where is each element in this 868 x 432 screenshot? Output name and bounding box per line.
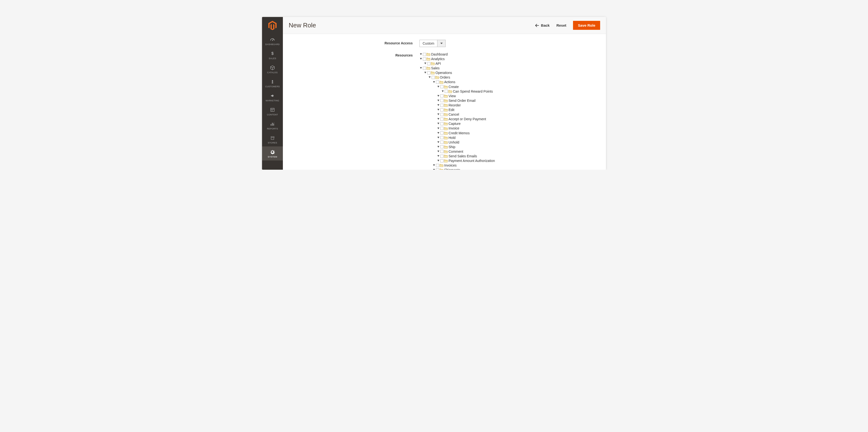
tree-checkbox[interactable] — [440, 150, 443, 153]
tree-node: Capture — [437, 121, 600, 126]
nav-item-sales[interactable]: $SALES — [262, 48, 283, 62]
nav-item-system[interactable]: SYSTEM — [262, 146, 283, 161]
tree-checkbox[interactable] — [440, 113, 443, 116]
tree-checkbox[interactable] — [423, 67, 426, 70]
expand-arrow-icon[interactable] — [433, 169, 435, 170]
tree-node-label[interactable]: Create — [448, 85, 459, 89]
expand-arrow-icon[interactable] — [437, 159, 440, 162]
tree-checkbox[interactable] — [440, 118, 443, 121]
expand-arrow-icon[interactable] — [437, 99, 440, 102]
expand-arrow-icon[interactable] — [437, 113, 440, 116]
nav-item-content[interactable]: CONTENT — [262, 104, 283, 118]
tree-node-label[interactable]: Credit Memos — [448, 131, 470, 135]
nav-item-dashboard[interactable]: DASHBOARD — [262, 34, 283, 48]
expand-arrow-icon[interactable] — [437, 122, 440, 125]
expand-arrow-icon[interactable] — [420, 53, 423, 56]
tree-checkbox[interactable] — [436, 169, 439, 170]
expand-arrow-icon[interactable] — [424, 71, 427, 74]
expand-arrow-icon[interactable] — [437, 141, 440, 144]
tree-node-label[interactable]: Actions — [444, 80, 455, 84]
tree-node-label[interactable]: Comment — [448, 149, 463, 154]
tree-node-label[interactable]: Accept or Deny Payment — [448, 117, 486, 121]
tree-checkbox[interactable] — [440, 136, 443, 139]
tree-checkbox[interactable] — [440, 132, 443, 135]
expand-arrow-icon[interactable] — [441, 90, 444, 93]
nav-label: MARKETING — [266, 99, 279, 102]
tree-node: Payment Amount Authorization — [437, 158, 600, 163]
expand-arrow-icon[interactable] — [437, 127, 440, 130]
tree-node-label[interactable]: Invoices — [444, 163, 457, 168]
tree-checkbox[interactable] — [440, 104, 443, 107]
tree-checkbox[interactable] — [440, 94, 443, 97]
tree-checkbox[interactable] — [440, 145, 443, 148]
tree-checkbox[interactable] — [440, 85, 443, 88]
tree-node-label[interactable]: Send Sales Emails — [448, 154, 477, 158]
tree-node-label[interactable]: API — [435, 61, 441, 66]
expand-arrow-icon[interactable] — [420, 57, 423, 60]
expand-arrow-icon[interactable] — [437, 104, 440, 107]
logo[interactable] — [262, 17, 283, 34]
select-caret[interactable] — [437, 40, 445, 47]
tree-node-label[interactable]: Edit — [448, 108, 454, 112]
expand-arrow-icon[interactable] — [437, 94, 440, 97]
expand-arrow-icon[interactable] — [437, 108, 440, 111]
tree-node-label[interactable]: Ship — [448, 145, 455, 149]
expand-arrow-icon[interactable] — [437, 85, 440, 88]
tree-checkbox[interactable] — [445, 90, 448, 93]
tree-checkbox[interactable] — [440, 141, 443, 144]
tree-checkbox[interactable] — [440, 122, 443, 125]
tree-checkbox[interactable] — [423, 57, 426, 61]
tree-checkbox[interactable] — [436, 164, 439, 167]
expand-arrow-icon[interactable] — [437, 118, 440, 120]
svg-rect-9 — [273, 123, 274, 125]
tree-node-label[interactable]: Shipments — [444, 168, 460, 170]
tree-checkbox[interactable] — [440, 127, 443, 130]
nav-item-stores[interactable]: STORES — [262, 132, 283, 146]
save-role-button[interactable]: Save Role — [573, 21, 600, 30]
expand-arrow-icon[interactable] — [437, 145, 440, 148]
back-label: Back — [541, 23, 550, 27]
tree-node-label[interactable]: Dashboard — [431, 52, 448, 56]
tree-node-label[interactable]: Analytics — [431, 57, 445, 61]
tree-checkbox[interactable] — [440, 99, 443, 102]
expand-arrow-icon[interactable] — [437, 132, 440, 135]
tree-node-label[interactable]: Can Spend Reward Points — [453, 89, 493, 93]
resource-access-select[interactable]: Custom — [420, 40, 445, 47]
tree-checkbox[interactable] — [427, 71, 430, 75]
tree-node-label[interactable]: Capture — [448, 121, 461, 126]
tree-node-label[interactable]: View — [448, 94, 456, 98]
tree-checkbox[interactable] — [440, 155, 443, 158]
tree-checkbox[interactable] — [440, 108, 443, 112]
caret-down-icon — [440, 43, 443, 44]
tree-node-label[interactable]: Cancel — [448, 112, 459, 117]
expand-arrow-icon[interactable] — [424, 62, 427, 65]
nav-item-reports[interactable]: REPORTS — [262, 118, 283, 132]
reset-button[interactable]: Reset — [556, 23, 566, 27]
expand-arrow-icon[interactable] — [437, 136, 440, 139]
tree-node-label[interactable]: Unhold — [448, 140, 459, 144]
expand-arrow-icon[interactable] — [428, 76, 431, 79]
tree-checkbox[interactable] — [440, 159, 443, 163]
back-button[interactable]: Back — [535, 23, 550, 27]
tree-node-label[interactable]: Send Order Email — [448, 98, 475, 103]
resource-access-row: Resource Access Custom — [289, 40, 600, 47]
tree-checkbox[interactable] — [427, 62, 430, 65]
expand-arrow-icon[interactable] — [433, 81, 435, 84]
tree-node-label[interactable]: Hold — [448, 136, 456, 140]
tree-node-label[interactable]: Sales — [431, 66, 440, 70]
expand-arrow-icon[interactable] — [433, 164, 435, 167]
tree-node-label[interactable]: Invoice — [448, 126, 459, 131]
nav-item-catalog[interactable]: CATALOG — [262, 62, 283, 76]
tree-checkbox[interactable] — [423, 53, 426, 56]
tree-node-label[interactable]: Orders — [440, 75, 450, 80]
tree-node-label[interactable]: Reorder — [448, 103, 461, 107]
tree-node-label[interactable]: Operations — [435, 70, 452, 75]
tree-checkbox[interactable] — [432, 76, 435, 79]
expand-arrow-icon[interactable] — [437, 155, 440, 157]
expand-arrow-icon[interactable] — [437, 150, 440, 153]
expand-arrow-icon[interactable] — [420, 67, 423, 69]
tree-checkbox[interactable] — [436, 81, 439, 84]
nav-item-customers[interactable]: CUSTOMERS — [262, 76, 283, 90]
tree-node-label[interactable]: Payment Amount Authorization — [448, 159, 495, 163]
nav-item-marketing[interactable]: MARKETING — [262, 90, 283, 104]
